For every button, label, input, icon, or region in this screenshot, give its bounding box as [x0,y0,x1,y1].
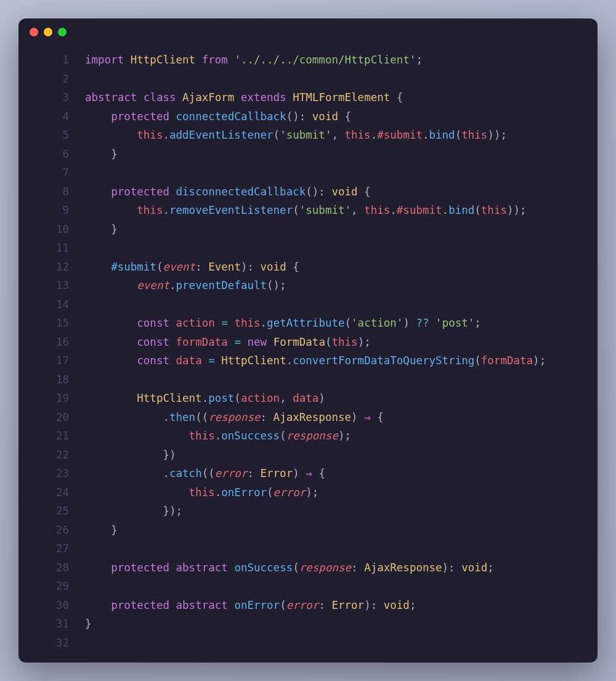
code-line[interactable]: 27 [18,539,598,558]
line-number: 9 [18,201,85,220]
line-number: 32 [18,634,85,653]
line-number: 24 [18,483,85,502]
code-line[interactable]: 24 this.onError(error); [18,483,598,502]
code-line[interactable]: 14 [18,295,598,314]
code-line[interactable]: 4 protected connectedCallback(): void { [18,107,598,126]
code-content[interactable]: .then((response: AjaxResponse) ⇒ { [85,408,598,427]
code-content[interactable]: } [85,521,598,540]
line-number: 5 [18,126,85,145]
line-number: 4 [18,107,85,126]
code-line[interactable]: 6 } [18,145,598,164]
code-window: 1import HttpClient from '../../../common… [18,18,598,663]
line-number: 18 [18,370,85,389]
line-number: 31 [18,614,85,634]
code-line[interactable]: 8 protected disconnectedCallback(): void… [18,182,598,202]
code-content[interactable] [85,539,598,558]
line-number: 26 [18,521,85,540]
code-content[interactable]: this.onError(error); [85,483,598,502]
code-line[interactable]: 12 #submit(event: Event): void { [18,258,598,277]
code-content[interactable]: protected abstract onSuccess(response: A… [85,558,598,577]
code-line[interactable]: 17 const data = HttpClient.convertFormDa… [18,351,598,370]
code-content[interactable] [85,163,598,182]
line-number: 8 [18,182,85,202]
code-line[interactable]: 22 }) [18,446,598,465]
code-line[interactable]: 7 [18,163,598,182]
line-number: 6 [18,145,85,164]
code-line[interactable]: 26 } [18,521,598,540]
code-line[interactable]: 5 this.addEventListener('submit', this.#… [18,126,598,145]
line-number: 17 [18,351,85,370]
line-number: 19 [18,389,85,408]
code-line[interactable]: 32 [18,634,598,653]
code-line[interactable]: 10 } [18,220,598,239]
code-content[interactable]: this.addEventListener('submit', this.#su… [85,126,598,145]
code-content[interactable]: #submit(event: Event): void { [85,258,598,277]
line-number: 7 [18,163,85,182]
code-line[interactable]: 3abstract class AjaxForm extends HTMLFor… [18,88,598,107]
code-content[interactable]: const action = this.getAttribute('action… [85,314,598,333]
titlebar [18,18,598,46]
code-line[interactable]: 19 HttpClient.post(action, data) [18,389,598,408]
code-content[interactable]: HttpClient.post(action, data) [85,389,598,408]
code-line[interactable]: 29 [18,577,598,596]
code-content[interactable]: } [85,145,598,164]
code-content[interactable] [85,634,598,653]
line-number: 28 [18,558,85,577]
code-content[interactable]: protected disconnectedCallback(): void { [85,182,598,202]
code-line[interactable]: 13 event.preventDefault(); [18,276,598,295]
line-number: 1 [18,51,85,70]
code-content[interactable] [85,239,598,258]
code-editor[interactable]: 1import HttpClient from '../../../common… [18,46,598,663]
line-number: 25 [18,502,85,521]
code-content[interactable] [85,577,598,596]
code-line[interactable]: 30 protected abstract onError(error: Err… [18,596,598,615]
code-content[interactable]: }); [85,502,598,521]
line-number: 22 [18,446,85,465]
code-content[interactable]: }) [85,446,598,465]
code-content[interactable]: abstract class AjaxForm extends HTMLForm… [85,88,598,107]
code-content[interactable]: } [85,220,598,239]
code-line[interactable]: 21 this.onSuccess(response); [18,426,598,446]
line-number: 16 [18,333,85,352]
code-content[interactable]: protected connectedCallback(): void { [85,107,598,126]
line-number: 13 [18,276,85,295]
code-content[interactable]: const data = HttpClient.convertFormDataT… [85,351,598,370]
line-number: 14 [18,295,85,314]
line-number: 11 [18,239,85,258]
close-icon[interactable] [30,28,38,36]
line-number: 27 [18,539,85,558]
code-content[interactable]: protected abstract onError(error: Error)… [85,596,598,615]
minimize-icon[interactable] [44,28,52,36]
line-number: 29 [18,577,85,596]
code-line[interactable]: 20 .then((response: AjaxResponse) ⇒ { [18,408,598,427]
line-number: 15 [18,314,85,333]
code-line[interactable]: 2 [18,70,598,89]
code-content[interactable] [85,295,598,314]
code-line[interactable]: 1import HttpClient from '../../../common… [18,51,598,70]
code-line[interactable]: 15 const action = this.getAttribute('act… [18,314,598,333]
code-content[interactable]: event.preventDefault(); [85,276,598,295]
code-line[interactable]: 9 this.removeEventListener('submit', thi… [18,201,598,220]
code-content[interactable] [85,70,598,89]
code-line[interactable]: 18 [18,370,598,389]
code-line[interactable]: 28 protected abstract onSuccess(response… [18,558,598,577]
code-content[interactable]: this.onSuccess(response); [85,426,598,446]
code-content[interactable]: .catch((error: Error) ⇒ { [85,464,598,483]
line-number: 12 [18,258,85,277]
code-content[interactable]: this.removeEventListener('submit', this.… [85,201,598,220]
code-line[interactable]: 31} [18,614,598,634]
code-line[interactable]: 11 [18,239,598,258]
code-content[interactable]: const formData = new FormData(this); [85,333,598,352]
code-content[interactable]: } [85,614,598,634]
line-number: 21 [18,426,85,446]
code-content[interactable] [85,370,598,389]
code-content[interactable]: import HttpClient from '../../../common/… [85,51,598,70]
code-line[interactable]: 23 .catch((error: Error) ⇒ { [18,464,598,483]
line-number: 30 [18,596,85,615]
line-number: 10 [18,220,85,239]
code-line[interactable]: 25 }); [18,502,598,521]
code-line[interactable]: 16 const formData = new FormData(this); [18,333,598,352]
zoom-icon[interactable] [58,28,67,36]
line-number: 3 [18,88,85,107]
line-number: 2 [18,70,85,89]
